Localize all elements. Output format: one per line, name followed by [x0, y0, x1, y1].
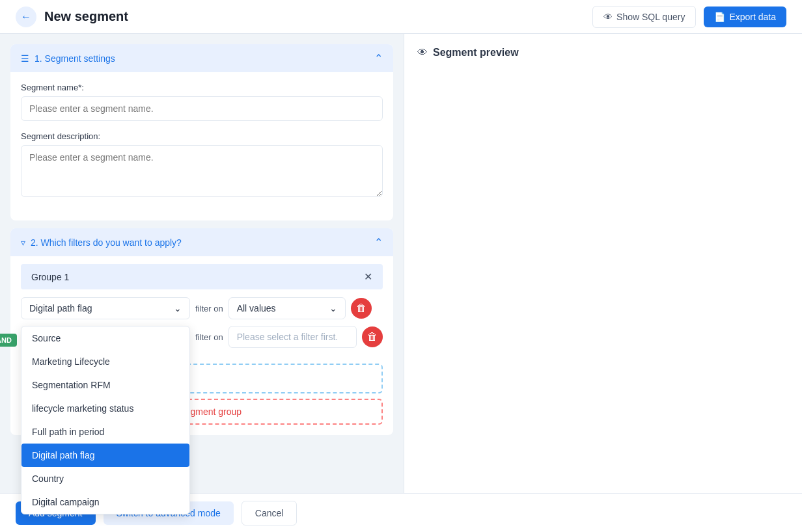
group-header: Groupe 1 ✕: [21, 264, 383, 289]
dropdown-item-lifecycle-status[interactable]: lifecycle marketing status: [21, 397, 189, 420]
chevron-up-icon: ⌃: [374, 52, 383, 64]
sql-icon: 👁: [603, 12, 613, 22]
export-icon: 📄: [714, 12, 725, 22]
filter-rows: AND Digital path flag ⌄ Source Marketing…: [10, 297, 393, 358]
segment-description-label: Segment description:: [21, 131, 383, 141]
dropdown-item-digital-campaign[interactable]: Digital campaign: [21, 490, 189, 514]
section1-title: 1. Segment settings: [35, 53, 115, 64]
filter-on-label-2: filter on: [195, 332, 223, 342]
segment-name-group: Segment name*:: [21, 83, 383, 121]
dropdown-item-full-path[interactable]: Full path in period: [21, 420, 189, 444]
left-panel: ☰ 1. Segment settings ⌃ Segment name*: S…: [0, 34, 404, 532]
export-button[interactable]: 📄 Export data: [704, 7, 786, 27]
dropdown-item-source[interactable]: Source: [21, 326, 189, 350]
filter-on-label-1: filter on: [195, 304, 223, 313]
segment-settings-header[interactable]: ☰ 1. Segment settings ⌃: [10, 44, 393, 72]
filter-placeholder-2: Please select a filter first.: [228, 326, 357, 348]
filter-icon: ▿: [21, 237, 25, 248]
filters-section: ▿ 2. Which filters do you want to apply?…: [10, 228, 393, 435]
dropdown-item-digital-path-flag[interactable]: Digital path flag: [21, 444, 189, 467]
segment-settings-body: Segment name*: Segment description:: [10, 72, 393, 220]
back-button[interactable]: ←: [16, 7, 36, 27]
and-badge: AND: [0, 334, 17, 347]
segment-description-group: Segment description:: [21, 131, 383, 200]
section2-title: 2. Which filters do you want to apply?: [31, 237, 182, 248]
filter-dropdown-container: Digital path flag ⌄ Source Marketing Lif…: [21, 297, 190, 319]
header-left: ← New segment: [16, 7, 128, 27]
filters-chevron-icon: ⌃: [374, 236, 383, 248]
dropdown-item-country[interactable]: Country: [21, 467, 189, 490]
close-group-button[interactable]: ✕: [364, 271, 372, 283]
filter-value-dropdown[interactable]: All values ⌄: [228, 297, 346, 319]
group-container: Groupe 1 ✕: [10, 256, 393, 289]
dropdown-item-marketing-lifecycle[interactable]: Marketing Lifecycle: [21, 350, 189, 373]
header-right: 👁 Show SQL query 📄 Export data: [592, 6, 786, 28]
delete-filter-2-button[interactable]: 🗑: [362, 326, 383, 347]
dropdown-item-segmentation-rfm[interactable]: Segmentation RFM: [21, 373, 189, 397]
main-content: ☰ 1. Segment settings ⌃ Segment name*: S…: [0, 34, 802, 532]
filter-dropdown-menu: Source Marketing Lifecycle Segmentation …: [21, 326, 190, 514]
preview-header: 👁 Segment preview: [417, 47, 789, 59]
preview-eye-icon: 👁: [417, 47, 428, 59]
segment-description-input[interactable]: [21, 145, 383, 197]
dropdown-chevron-icon: ⌄: [174, 303, 182, 313]
filters-header[interactable]: ▿ 2. Which filters do you want to apply?…: [10, 228, 393, 256]
filter-type-dropdown[interactable]: Digital path flag ⌄: [21, 297, 190, 319]
group-title: Groupe 1: [31, 272, 69, 282]
filter-value-chevron-icon: ⌄: [329, 303, 337, 313]
segment-name-label: Segment name*:: [21, 83, 383, 92]
preview-title: Segment preview: [433, 47, 519, 59]
cancel-button[interactable]: Cancel: [242, 501, 297, 525]
segment-settings-section: ☰ 1. Segment settings ⌃ Segment name*: S…: [10, 44, 393, 220]
app-header: ← New segment 👁 Show SQL query 📄 Export …: [0, 0, 802, 34]
show-sql-button[interactable]: 👁 Show SQL query: [592, 6, 696, 28]
segment-name-input[interactable]: [21, 96, 383, 121]
settings-icon: ☰: [21, 53, 29, 64]
page-title: New segment: [44, 9, 128, 24]
filter-type-value: Digital path flag: [29, 303, 92, 313]
delete-filter-1-button[interactable]: 🗑: [351, 298, 372, 319]
right-panel: 👁 Segment preview: [404, 34, 802, 532]
filter-value: All values: [237, 303, 276, 313]
filter-row-1: Digital path flag ⌄ Source Marketing Lif…: [21, 297, 383, 319]
